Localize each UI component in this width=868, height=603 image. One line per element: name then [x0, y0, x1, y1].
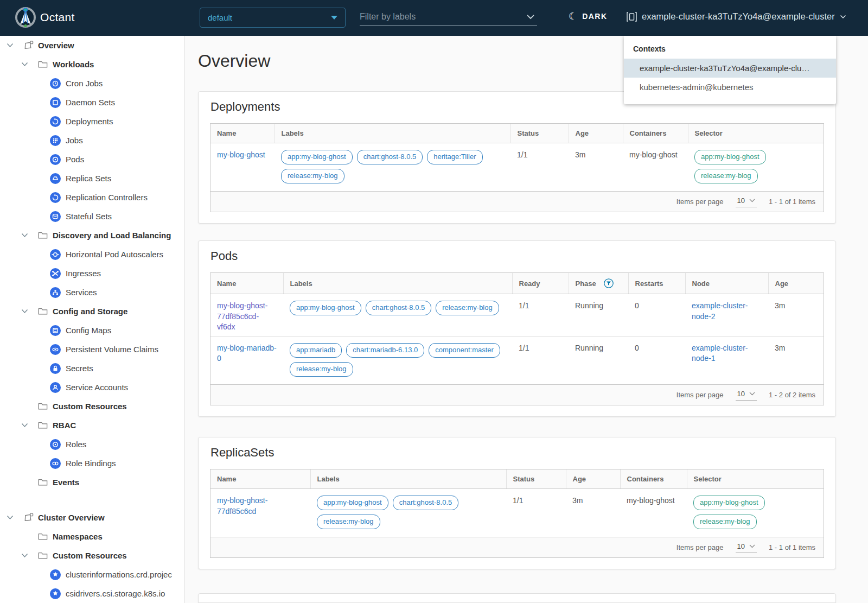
sidebar-item-cron-jobs[interactable]: Cron Jobs	[0, 74, 184, 93]
context-menu-item[interactable]: example-cluster-ka3TuTzYo4a@example-clu…	[624, 59, 836, 78]
column-header-containers: Containers	[623, 124, 688, 143]
sidebar-item-stateful-sets[interactable]: Stateful Sets	[0, 207, 184, 226]
table-pagination: Items per page 10 1 - 1 of 1 items	[210, 537, 824, 557]
stateful-sets-icon	[50, 211, 61, 222]
sidebar-item-roles[interactable]: Roles	[0, 435, 184, 454]
sidebar-section-gap	[0, 492, 184, 508]
column-header-name: Name	[210, 469, 310, 489]
chevron-down-icon[interactable]	[20, 423, 29, 428]
sidebar-item-label: clusterinformations.crd.projec	[66, 570, 172, 579]
sidebar-item-horizontal-pod-autoscalers[interactable]: Horizontal Pod Autoscalers	[0, 245, 184, 264]
sidebar-item-label: Daemon Sets	[66, 98, 115, 107]
column-header-name: Name	[210, 124, 275, 143]
sidebar-item-services[interactable]: Services	[0, 283, 184, 302]
sidebar-item-role-bindings[interactable]: Role Bindings	[0, 454, 184, 473]
sidebar-item-csidrivers[interactable]: csidrivers.csi.storage.k8s.io	[0, 584, 184, 603]
sidebar-item-label: Secrets	[66, 364, 93, 373]
chevron-down-icon[interactable]	[5, 43, 14, 48]
sidebar-item-events[interactable]: Events	[0, 473, 184, 492]
node-link[interactable]: example-cluster-node-2	[692, 301, 748, 321]
sidebar-item-discovery-and-load-balancing[interactable]: Discovery and Load Balancing	[0, 226, 184, 245]
caret-down-icon	[331, 16, 337, 20]
label-pill: app:my-blog-ghost	[281, 150, 353, 164]
replicasets-card: ReplicaSets Name Labels Status Age Conta…	[198, 437, 836, 569]
context-menu-item[interactable]: kubernetes-admin@kubernetes	[624, 78, 836, 97]
label-filter[interactable]	[360, 9, 537, 26]
filter-icon[interactable]	[604, 278, 614, 288]
items-per-page-label: Items per page	[676, 543, 724, 551]
chevron-down-icon[interactable]	[20, 233, 29, 238]
selector-pill: release:my-blog	[693, 515, 757, 529]
daemon-sets-icon	[50, 97, 61, 108]
theme-toggle[interactable]: ☾ DARK	[569, 11, 608, 21]
sidebar-item-ingresses[interactable]: Ingresses	[0, 264, 184, 283]
namespace-select[interactable]: default	[200, 8, 346, 28]
applications-icon	[23, 512, 34, 523]
sidebar-item-cluster-custom-resources[interactable]: Custom Resources	[0, 546, 184, 565]
pagination-range: 1 - 2 of 2 items	[769, 391, 815, 399]
sidebar-item-label: Discovery and Load Balancing	[53, 231, 171, 240]
phase-value: Running	[575, 344, 603, 352]
folder-icon	[37, 402, 48, 410]
sidebar-item-replica-sets[interactable]: Replica Sets	[0, 169, 184, 188]
page-size-select[interactable]: 10	[736, 390, 757, 401]
sidebar-item-label: Cluster Overview	[38, 513, 105, 522]
sidebar-item-deployments[interactable]: Deployments	[0, 112, 184, 131]
sidebar-item-label: RBAC	[53, 421, 76, 430]
replicaset-link[interactable]: my-blog-ghost-77df85c6cd	[217, 496, 267, 516]
pod-link[interactable]: my-blog-mariadb-0	[217, 344, 277, 363]
page-title: Overview	[198, 51, 270, 71]
page-size-select[interactable]: 10	[736, 196, 757, 207]
node-link[interactable]: example-cluster-node-1	[692, 344, 748, 363]
table-pagination: Items per page 10 1 - 1 of 1 items	[210, 191, 824, 212]
sidebar-item-namespaces[interactable]: Namespaces	[0, 527, 184, 546]
pod-link[interactable]: my-blog-ghost-77df85c6cd-vf6dx	[217, 301, 267, 331]
chevron-down-icon[interactable]	[20, 309, 29, 314]
deployment-link[interactable]: my-blog-ghost	[217, 150, 265, 159]
sidebar-item-replication-controllers[interactable]: Replication Controllers	[0, 188, 184, 207]
sidebar-item-daemon-sets[interactable]: Daemon Sets	[0, 93, 184, 112]
deployments-icon	[50, 116, 61, 127]
sidebar-item-config-maps[interactable]: Config Maps	[0, 321, 184, 340]
sidebar-item-cluster-overview[interactable]: Cluster Overview	[0, 508, 184, 527]
folder-icon	[37, 231, 48, 239]
sidebar-item-overview[interactable]: Overview	[0, 36, 184, 55]
context-switcher[interactable]: example-cluster-ka3TuTzYo4a@example-clus…	[627, 11, 846, 22]
page-size-select[interactable]: 10	[736, 542, 757, 553]
sidebar-item-secrets[interactable]: Secrets	[0, 359, 184, 378]
label-pill: component:master	[429, 343, 500, 358]
sidebar-item-label: Jobs	[66, 136, 83, 145]
column-header-phase: Phase	[569, 273, 628, 294]
sidebar-item-persistent-volume-claims[interactable]: Persistent Volume Claims	[0, 340, 184, 359]
label-pill: chart:mariadb-6.13.0	[346, 343, 424, 358]
app-header: Octant default ☾ DARK example-cluster-ka…	[0, 0, 868, 36]
pods-icon	[50, 154, 61, 165]
sidebar-item-pods[interactable]: Pods	[0, 150, 184, 169]
replicasets-table: Name Labels Status Age Containers Select…	[210, 469, 824, 558]
label-pill: chart:ghost-8.0.5	[357, 150, 423, 164]
sidebar-item-service-accounts[interactable]: Service Accounts	[0, 378, 184, 397]
contexts-dropdown-title: Contexts	[624, 39, 836, 59]
sidebar-item-config-and-storage[interactable]: Config and Storage	[0, 302, 184, 321]
sidebar-item-rbac[interactable]: RBAC	[0, 416, 184, 435]
sidebar-item-label: Cron Jobs	[66, 79, 103, 88]
column-header-age: Age	[768, 273, 824, 294]
folder-icon	[37, 307, 48, 315]
chevron-down-icon[interactable]	[5, 515, 14, 520]
sidebar-item-custom-resources[interactable]: Custom Resources	[0, 397, 184, 416]
replication-controllers-icon	[50, 192, 61, 203]
sidebar-item-clusterinformations[interactable]: clusterinformations.crd.projec	[0, 565, 184, 584]
label-filter-input[interactable]	[360, 12, 526, 22]
sidebar-item-label: Replica Sets	[66, 174, 111, 183]
chevron-down-icon[interactable]	[526, 14, 535, 20]
ingresses-icon	[50, 268, 61, 279]
label-pill: chart:ghost-8.0.5	[393, 496, 459, 510]
chevron-down-icon[interactable]	[20, 62, 29, 67]
chevron-down-icon[interactable]	[20, 553, 29, 558]
column-header-ready: Ready	[512, 273, 569, 294]
sidebar-item-label: Events	[53, 478, 79, 487]
sidebar-item-workloads[interactable]: Workloads	[0, 55, 184, 74]
replicasets-card-title: ReplicaSets	[210, 446, 835, 460]
context-label: example-cluster-ka3TuTzYo4a@example-clus…	[642, 11, 835, 22]
sidebar-item-jobs[interactable]: Jobs	[0, 131, 184, 150]
